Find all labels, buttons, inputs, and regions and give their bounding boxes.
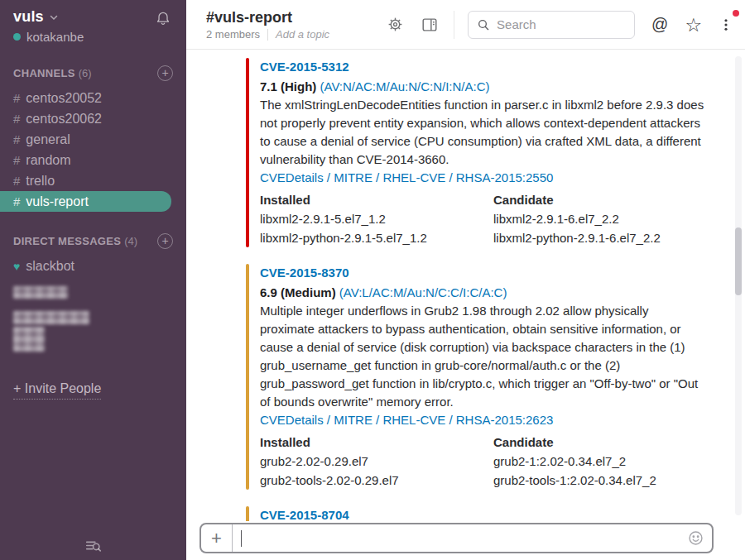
field-column: Installedlibxml2-2.9.1-5.el7_1.2libxml2-…	[260, 191, 493, 247]
add-topic-button[interactable]: Add a topic	[276, 28, 329, 41]
reference-link[interactable]: RHSA-2015:2550	[456, 170, 554, 184]
dm-label: DIRECT MESSAGES	[13, 235, 121, 247]
cvss-vector-link[interactable]: (AV:N/AC:M/Au:N/C:N/I:N/A:C)	[320, 79, 490, 93]
more-options-kebab-icon[interactable]	[719, 17, 733, 33]
composer-area: +	[186, 521, 745, 560]
attachment-fields: Installedlibxml2-2.9.1-5.el7_1.2libxml2-…	[260, 191, 706, 247]
slack-app: vuls kotakanbe CHANNELS (6) + #centos200…	[0, 0, 745, 560]
mentions-icon[interactable]: @	[651, 15, 668, 34]
dm-count: (4)	[124, 235, 137, 247]
field-value: grub2-tools-2.02-0.29.el7	[260, 471, 493, 490]
dm-name: slackbot	[26, 259, 74, 274]
emoji-smiley-icon[interactable]	[687, 529, 704, 547]
field-value: libxml2-2.9.1-5.el7_1.2	[260, 209, 493, 228]
message-attachment: CVE-2015-83706.9 (Medium) (AV:L/AC:M/Au:…	[246, 264, 712, 490]
username: kotakanbe	[26, 30, 84, 44]
severity-line: 7.1 (High) (AV:N/AC:M/Au:N/C:N/I:N/A:C)	[260, 78, 706, 96]
channel-name: vuls-report	[26, 194, 89, 209]
cvss-vector-link[interactable]: (AV:L/AC:M/Au:N/C:C/I:C/A:C)	[339, 285, 507, 299]
link-separator: /	[445, 413, 456, 427]
channels-label: CHANNELS	[13, 67, 75, 79]
field-value: libxml2-2.9.1-6.el7_2.2	[493, 209, 706, 228]
hash-icon: #	[13, 153, 20, 167]
message-list: CVE-2015-53127.1 (High) (AV:N/AC:M/Au:N/…	[186, 50, 745, 521]
sidebar-item-vuls-report[interactable]: #vuls-report	[0, 191, 171, 212]
channels-section-header: CHANNELS (6) +	[0, 65, 186, 81]
presence-dot-icon	[13, 33, 21, 41]
search-input[interactable]: Search	[468, 11, 635, 39]
cve-title-link[interactable]: CVE-2015-8704	[260, 506, 349, 521]
channel-name: trello	[26, 174, 55, 189]
field-title: Installed	[260, 191, 493, 209]
notification-dot	[733, 10, 739, 17]
hash-icon: #	[13, 132, 20, 146]
reference-link[interactable]: CVEDetails	[260, 413, 324, 427]
sidebar-item-general[interactable]: #general	[0, 129, 186, 150]
attachment-fields: Installedgrub2-2.02-0.29.el7grub2-tools-…	[260, 433, 706, 490]
cve-description: The xmlStringLenDecodeEntities function …	[260, 96, 706, 169]
divider	[267, 29, 268, 41]
search-placeholder: Search	[497, 17, 536, 31]
sidebar-item-random[interactable]: #random	[0, 150, 186, 170]
field-value: libxml2-python-2.9.1-5.el7_1.2	[260, 228, 493, 247]
chevron-down-icon	[49, 12, 59, 22]
channels-count: (6)	[79, 67, 92, 79]
divider	[454, 11, 454, 39]
reference-link[interactable]: MITRE	[334, 170, 372, 184]
attachment-content: CVE-2015-8704	[249, 506, 349, 521]
channel-title: #vuls-report	[206, 8, 329, 26]
dm-item-redacted[interactable]	[0, 276, 186, 352]
reference-link[interactable]: RHEL-CVE	[382, 413, 445, 427]
show-details-icon[interactable]	[421, 16, 439, 34]
dm-section-header: DIRECT MESSAGES (4) +	[0, 233, 186, 249]
channel-name: random	[26, 153, 70, 168]
channel-header: #vuls-report 2 members Add a topic	[186, 0, 745, 50]
hash-icon: #	[13, 91, 20, 105]
add-channel-icon[interactable]: +	[157, 65, 173, 81]
sidebar-item-centos20062[interactable]: #centos20062	[0, 108, 186, 129]
field-value: libxml2-python-2.9.1-6.el7_2.2	[493, 228, 706, 247]
message-composer: +	[199, 523, 714, 553]
reference-links: CVEDetails / MITRE / RHEL-CVE / RHSA-201…	[260, 411, 706, 429]
channel-name: general	[26, 132, 70, 147]
search-list-icon[interactable]	[84, 537, 103, 555]
invite-people-button[interactable]: + Invite People	[13, 381, 101, 400]
dm-item-slackbot[interactable]: ♥ slackbot	[0, 256, 186, 276]
severity-text: 7.1 (High)	[260, 79, 316, 93]
reference-link[interactable]: RHSA-2015:2623	[456, 413, 554, 427]
sidebar-item-trello[interactable]: #trello	[0, 170, 186, 191]
reference-link[interactable]: CVEDetails	[260, 170, 324, 184]
main-panel: #vuls-report 2 members Add a topic	[186, 0, 745, 560]
user-presence[interactable]: kotakanbe	[13, 30, 173, 44]
sidebar-item-centos20052[interactable]: #centos20052	[0, 88, 186, 108]
channel-list: #centos20052#centos20062#general#random#…	[0, 88, 186, 212]
severity-text: 6.9 (Medium)	[260, 285, 336, 299]
reference-link[interactable]: RHEL-CVE	[382, 170, 445, 184]
scrollbar-thumb[interactable]	[735, 227, 742, 295]
link-separator: /	[445, 170, 456, 184]
link-separator: /	[324, 170, 334, 184]
gear-icon[interactable]	[387, 16, 404, 33]
message-input[interactable]	[233, 524, 687, 552]
cve-title-link[interactable]: CVE-2015-5312	[260, 58, 706, 76]
attachment-content: CVE-2015-83706.9 (Medium) (AV:L/AC:M/Au:…	[249, 264, 706, 490]
scrollbar-track[interactable]	[735, 56, 742, 515]
redacted-name-blob	[13, 327, 45, 352]
member-count[interactable]: 2 members	[206, 28, 260, 41]
severity-line: 6.9 (Medium) (AV:L/AC:M/Au:N/C:C/I:C/A:C…	[260, 284, 706, 302]
reference-link[interactable]: MITRE	[334, 413, 372, 427]
reference-links: CVEDetails / MITRE / RHEL-CVE / RHSA-201…	[260, 169, 706, 187]
search-icon	[477, 18, 490, 31]
field-value: grub2-tools-1:2.02-0.34.el7_2	[493, 471, 706, 490]
add-dm-icon[interactable]: +	[157, 233, 173, 249]
notifications-bell-icon[interactable]	[155, 10, 171, 26]
attach-plus-icon[interactable]: +	[201, 524, 233, 552]
starred-items-icon[interactable]: ☆	[685, 17, 702, 33]
redacted-name-blob	[13, 286, 68, 299]
field-title: Candidate	[493, 433, 706, 452]
hash-icon: #	[13, 194, 20, 208]
workspace-menu[interactable]: vuls	[13, 8, 173, 26]
link-separator: /	[372, 170, 383, 184]
field-column: Candidatelibxml2-2.9.1-6.el7_2.2libxml2-…	[493, 191, 706, 247]
cve-title-link[interactable]: CVE-2015-8370	[260, 264, 706, 282]
